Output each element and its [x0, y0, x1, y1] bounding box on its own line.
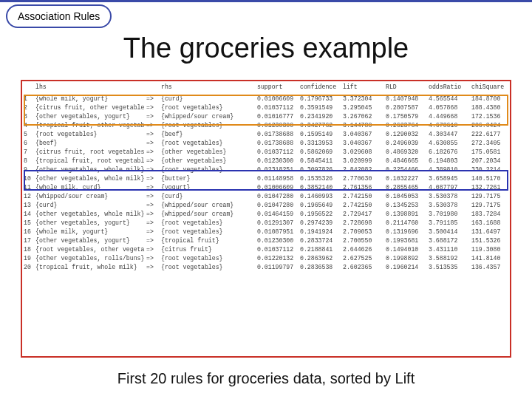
value-cell: 0.1750579 [384, 112, 427, 120]
value-cell: 0.1345253 [384, 200, 427, 209]
col-header: chiSquare [470, 81, 511, 94]
value-cell: 129.7175 [470, 200, 511, 209]
lhs-cell: {root vegetables, other vegetables} [34, 245, 145, 253]
arrow-cell: => [145, 174, 160, 183]
value-cell: 0.2623764 [384, 120, 427, 129]
value-cell: 3.020999 [341, 156, 384, 165]
page-title: The groceries example [0, 33, 532, 64]
col-header: confidence [299, 81, 341, 94]
value-cell: 0.01738688 [256, 138, 299, 147]
value-cell: 0.01230300 [256, 120, 299, 129]
arrow-cell: => [145, 112, 160, 120]
value-cell: 0.3313953 [299, 138, 341, 147]
rhs-cell: {other vegetables} [160, 156, 256, 165]
value-cell: 3.500414 [427, 227, 470, 236]
value-cell: 4.565544 [427, 94, 470, 103]
value-cell: 206.0424 [470, 120, 511, 129]
rhs-cell: {root vegetables} [160, 227, 256, 236]
value-cell: 0.01464159 [256, 209, 299, 218]
table-row: 18{root vegetables, other vegetables}=>{… [22, 245, 511, 253]
lhs-cell: {whole milk, yogurt} [34, 227, 145, 236]
value-cell: 151.5326 [470, 236, 511, 245]
lhs-cell: {whole milk, yogurt} [34, 94, 145, 103]
value-cell: 222.6177 [470, 129, 511, 138]
rules-panel: lhsrhssupportconfidenceliftRLDoddsRatioc… [21, 80, 511, 358]
value-cell: 207.2034 [470, 156, 511, 165]
value-cell: 0.2974239 [299, 218, 341, 227]
value-cell: 0.2341920 [299, 112, 341, 120]
value-cell: 140.5170 [470, 174, 511, 183]
value-cell: 0.01006609 [256, 183, 299, 191]
value-cell: 13 [22, 200, 34, 209]
value-cell: 0.01087951 [256, 227, 299, 236]
value-cell: 0.01047280 [256, 200, 299, 209]
table-row: 15{other vegetables, yogurt}=>{root vege… [22, 218, 511, 227]
rhs-cell: {root vegetables} [160, 120, 256, 129]
value-cell: 15 [22, 218, 34, 227]
arrow-cell: => [145, 218, 160, 227]
value-cell: 0.1595149 [299, 129, 341, 138]
value-cell: 6.194803 [427, 156, 470, 165]
arrow-cell: => [145, 253, 160, 262]
col-header: rhs [160, 81, 256, 94]
value-cell: 11 [22, 183, 34, 191]
value-cell: 3.029608 [341, 147, 384, 156]
value-cell: 0.01047280 [256, 191, 299, 200]
value-cell: 0.01037112 [256, 245, 299, 253]
value-cell: 8 [22, 156, 34, 165]
table-row: 1{whole milk, yogurt}=>{curd}0.010066090… [22, 94, 511, 103]
value-cell: 4.630855 [427, 138, 470, 147]
arrow-cell: => [145, 94, 160, 103]
table-row: 17{other vegetables, yogurt}=>{tropical … [22, 236, 511, 245]
value-cell: 183.7284 [470, 209, 511, 218]
rhs-cell: {tropical fruit} [160, 236, 256, 245]
rhs-cell: {other vegetables} [160, 147, 256, 156]
value-cell: 132.7261 [470, 183, 511, 191]
arrow-cell: => [145, 191, 160, 200]
col-header: RLD [384, 81, 427, 94]
value-cell: 2.700550 [341, 236, 384, 245]
value-cell: 0.3097826 [299, 165, 341, 174]
value-cell: 10 [22, 174, 34, 183]
table-row: 13{curd}=>{whipped/sour cream}0.01047280… [22, 200, 511, 209]
rhs-cell: {root vegetables} [160, 262, 256, 271]
value-cell: 12 [22, 191, 34, 200]
value-cell: 2.627525 [341, 253, 384, 262]
table-row: 20{tropical fruit, whole milk}=>{root ve… [22, 262, 511, 271]
value-cell: 141.8140 [470, 253, 511, 262]
value-cell: 0.1941924 [299, 227, 341, 236]
value-cell: 17 [22, 236, 34, 245]
value-cell: 0.1993681 [384, 236, 427, 245]
rhs-cell: {root vegetables} [160, 253, 256, 262]
lhs-cell: {citrus fruit, root vegetables} [34, 147, 145, 156]
lhs-cell: {other vegetables, whole milk} [34, 174, 145, 183]
rhs-cell: {root vegetables} [160, 138, 256, 147]
value-cell: 0.2807587 [384, 103, 427, 112]
value-cell: 14 [22, 209, 34, 218]
value-cell: 0.01016777 [256, 112, 299, 120]
value-cell: 2 [22, 103, 34, 112]
lhs-cell: {other vegetables, yogurt} [34, 236, 145, 245]
value-cell: 16 [22, 227, 34, 236]
arrow-cell: => [145, 165, 160, 174]
table-row: 9{other vegetables, whole milk}=>{root v… [22, 165, 511, 174]
value-cell: 3.588192 [427, 253, 470, 262]
rhs-cell: {root vegetables} [160, 103, 256, 112]
rhs-cell: {citrus fruit} [160, 245, 256, 253]
value-cell: 3.701980 [427, 209, 470, 218]
value-cell: 2.602365 [341, 262, 384, 271]
value-cell: 4.678610 [427, 120, 470, 129]
value-cell: 0.1956522 [299, 209, 341, 218]
value-cell: 0.3591549 [299, 103, 341, 112]
value-cell: 0.1535326 [299, 174, 341, 183]
value-cell: 3.267062 [341, 112, 384, 120]
table-row: 7{citrus fruit, root vegetables}=>{other… [22, 147, 511, 156]
arrow-cell: => [145, 245, 160, 253]
table-row: 19{other vegetables, rolls/buns}=>{root … [22, 253, 511, 262]
arrow-cell: => [145, 103, 160, 112]
lhs-cell: {root vegetables} [34, 129, 145, 138]
col-header [22, 81, 34, 94]
arrow-cell: => [145, 156, 160, 165]
value-cell: 0.2188841 [299, 245, 341, 253]
value-cell: 131.6497 [470, 227, 511, 236]
